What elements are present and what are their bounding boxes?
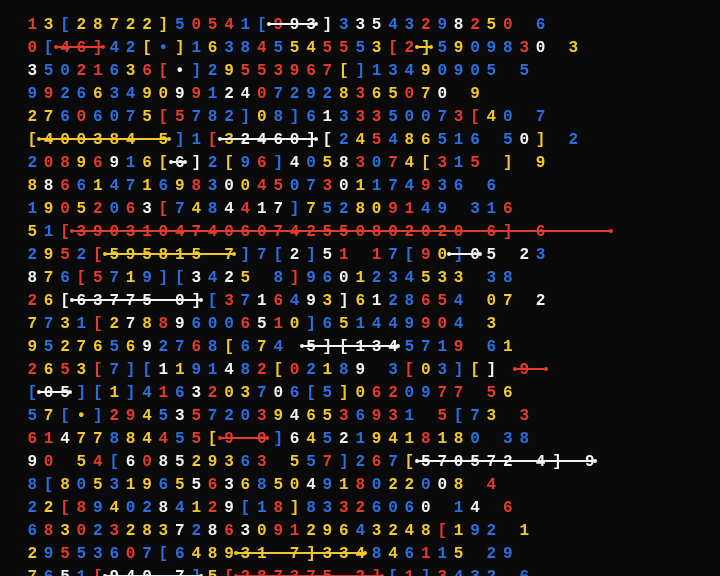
grid-cell: ]	[155, 270, 171, 293]
grid-cell: 5	[40, 339, 56, 362]
grid-cell: 1	[352, 339, 368, 362]
grid-cell: ]	[500, 224, 516, 247]
grid-cell: 6	[368, 385, 384, 408]
grid-cell: 3	[434, 270, 450, 293]
grid-cell: 9	[188, 362, 204, 385]
grid-cell: 8	[336, 86, 352, 109]
grid-cell: 8	[270, 270, 286, 293]
grid-cell: 1	[40, 431, 56, 454]
grid-cell: 5	[57, 362, 73, 385]
grid-cell: 4	[270, 339, 286, 362]
grid-cell: 9	[122, 247, 138, 270]
grid-cell: [	[319, 132, 335, 155]
grid-cell: 2	[221, 270, 237, 293]
grid-cell: 7	[303, 178, 319, 201]
grid-cell: 5	[73, 454, 89, 477]
grid-cell: ]	[352, 63, 368, 86]
grid-cell: [	[204, 293, 220, 316]
grid-cell: ]	[303, 546, 319, 569]
grid-cell: 1	[254, 201, 270, 224]
grid-cell: 0	[500, 17, 516, 40]
grid-cell: 8	[352, 477, 368, 500]
grid-cell: 0	[401, 86, 417, 109]
grid-cell: 4	[303, 431, 319, 454]
grid-cell: 5	[352, 40, 368, 63]
grid-cell: 1	[270, 316, 286, 339]
grid-cell: 1	[188, 40, 204, 63]
grid-cell: 8	[336, 362, 352, 385]
grid-cell: 4	[401, 63, 417, 86]
grid-cell: 5	[237, 63, 253, 86]
grid-cell: 3	[336, 17, 352, 40]
grid-cell: 0	[40, 454, 56, 477]
grid-cell: 0	[122, 546, 138, 569]
grid-cell: 1	[516, 523, 532, 546]
grid-cell: ]	[172, 40, 188, 63]
grid-cell: 8	[204, 339, 220, 362]
grid-cell: 3	[221, 132, 237, 155]
grid-cell: 0	[286, 477, 302, 500]
grid-cell: 8	[352, 201, 368, 224]
grid-cell: 0	[303, 155, 319, 178]
grid-cell: 5	[336, 316, 352, 339]
grid-cell: 9	[352, 362, 368, 385]
grid-cell: 2	[385, 385, 401, 408]
grid-cell: 3	[106, 86, 122, 109]
grid-cell: 0	[401, 109, 417, 132]
grid-cell: 3	[467, 201, 483, 224]
grid-cell: 5	[303, 454, 319, 477]
grid-cell: 6	[57, 178, 73, 201]
grid-cell: 2	[221, 86, 237, 109]
grid-cell: 8	[303, 500, 319, 523]
grid-cell: •	[155, 40, 171, 63]
grid-cell: 4	[188, 201, 204, 224]
grid-cell: [	[385, 569, 401, 576]
grid-cell: 8	[368, 546, 384, 569]
grid-cell: 2	[139, 500, 155, 523]
grid-cell: 8	[155, 316, 171, 339]
grid-cell: 5	[40, 63, 56, 86]
grid-cell: 9	[303, 86, 319, 109]
grid-cell: 3	[303, 17, 319, 40]
grid-cell: 5	[172, 477, 188, 500]
grid-cell: 2	[385, 293, 401, 316]
grid-cell: [	[237, 500, 253, 523]
grid-cell: ]	[336, 454, 352, 477]
grid-cell: 5	[434, 40, 450, 63]
grid-cell: 6	[483, 178, 499, 201]
grid-cell: 3	[434, 155, 450, 178]
grid-cell: 6	[188, 316, 204, 339]
grid-cell: 3	[122, 63, 138, 86]
grid-cell: 5	[500, 132, 516, 155]
grid-cell: 7	[385, 247, 401, 270]
grid-cell: 0	[57, 132, 73, 155]
grid-cell: 1	[352, 431, 368, 454]
grid-cell: 4	[352, 546, 368, 569]
grid-cell: 0	[532, 40, 548, 63]
grid-cell: 1	[24, 17, 40, 40]
grid-cell: 9	[40, 546, 56, 569]
grid-cell: 0	[73, 132, 89, 155]
grid-cell: 7	[450, 385, 466, 408]
grid-cell: 4	[352, 523, 368, 546]
grid-cell: 6	[139, 63, 155, 86]
strike-line	[72, 299, 201, 301]
grid-cell: 3	[221, 454, 237, 477]
grid-cell: 7	[319, 63, 335, 86]
grid-cell: 9	[221, 431, 237, 454]
grid-cell: 1	[155, 385, 171, 408]
grid-cell: 8	[155, 454, 171, 477]
grid-cell: 0	[237, 178, 253, 201]
grid-cell: 3	[319, 178, 335, 201]
grid-cell: 5	[90, 477, 106, 500]
grid-cell: ]	[90, 40, 106, 63]
grid-cell: 8	[450, 17, 466, 40]
grid-cell: 0	[40, 385, 56, 408]
grid-cell: 0	[434, 247, 450, 270]
grid-cell: 7	[172, 523, 188, 546]
grid-cell: 3	[336, 546, 352, 569]
grid-cell: 8	[139, 316, 155, 339]
grid-cell: 9	[24, 86, 40, 109]
grid-cell: 7	[270, 201, 286, 224]
strike-line	[417, 46, 431, 48]
